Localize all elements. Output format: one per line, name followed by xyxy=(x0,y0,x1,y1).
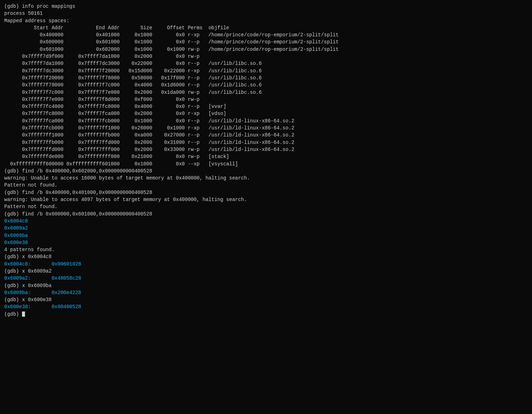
terminal-line: 0x7ffff7ffb000 0x7ffff7ffd000 0x2000 0x3… xyxy=(4,139,528,146)
terminal-line: 0x7ffff7da1000 0x7ffff7dc3000 0x22000 0x… xyxy=(4,60,528,67)
terminal-line: 0x7ffff7ffd000 0x7ffff7fff000 0x2000 0x3… xyxy=(4,146,528,153)
terminal-line-text: 0x600000 0x601000 0x1000 0x0 r--p /home/… xyxy=(4,39,339,45)
terminal-line-text: 0x600e38: 0x00400528 xyxy=(4,304,81,310)
terminal-line-text: (gdb) █ xyxy=(4,311,25,317)
terminal-line: 0x600e38: 0x00400528 xyxy=(4,303,528,310)
terminal-line-text: 0x7ffff7da1000 0x7ffff7dc3000 0x22000 0x… xyxy=(4,61,262,66)
terminal-line-text: Start Addr End Addr Size Offset Perms ob… xyxy=(4,25,229,31)
terminal-line: 0x7ffff7f7c000 0x7ffff7f7e000 0x2000 0x1… xyxy=(4,89,528,96)
terminal-line-text: (gdb) info proc mappings xyxy=(4,4,75,9)
terminal-line-text: 0x601000 0x602000 0x1000 0x1000 rw-p /ho… xyxy=(4,47,339,52)
terminal-line: 0x7ffff7fcb000 0x7ffff7ff1000 0x26000 0x… xyxy=(4,124,528,132)
terminal-line-text: 0x7ffff7fca000 0x7ffff7fcb000 0x1000 0x0… xyxy=(4,118,294,124)
terminal-line-text: Mapped address spaces: xyxy=(4,18,69,24)
terminal-output: (gdb) info proc mappingsprocess 50161Map… xyxy=(4,3,528,318)
terminal-line-text: (gdb) find /b 0x600000,0x601000,0x000000… xyxy=(4,211,152,217)
terminal-line: 0x6009ba: 0x200e4228 xyxy=(4,289,528,296)
terminal-line-text: process 50161 xyxy=(4,11,43,16)
terminal-line-text: 0x7ffff7ffd000 0x7ffff7fff000 0x2000 0x3… xyxy=(4,147,294,152)
terminal-line: 0x7ffff7fc4000 0x7ffff7fc8000 0x4000 0x0… xyxy=(4,103,528,110)
terminal-line: (gdb) find /b 0x600000,0x601000,0x000000… xyxy=(4,211,528,218)
terminal-line: (gdb) find /b 0x400000,0x401000,0x000000… xyxy=(4,189,528,196)
terminal-line: (gdb) find /b 0x400000,0x602000,0x000000… xyxy=(4,168,528,175)
terminal-line-text: 0x6004c8: 0x00601028 xyxy=(4,261,81,267)
terminal-line-text: (gdb) x 0x600e38 xyxy=(4,297,51,303)
terminal-line: 0x6004c8 xyxy=(4,218,528,225)
terminal-line-text: (gdb) x 0x6009a2 xyxy=(4,268,51,274)
terminal-line: process 50161 xyxy=(4,10,528,17)
terminal-line: 0x7ffff7dc3000 0x7ffff7f20000 0x15d000 0… xyxy=(4,67,528,74)
terminal-line-text: 4 patterns found. xyxy=(4,247,55,252)
terminal-line-text: (gdb) x 0x6004c8 xyxy=(4,254,51,260)
terminal-line: 0x7ffff7fc8000 0x7ffff7fca000 0x2000 0x0… xyxy=(4,110,528,117)
terminal-line-text: 0x6009ba: 0x200e4228 xyxy=(4,290,81,296)
terminal-line-text: 0x7ffff7fcb000 0x7ffff7ff1000 0x26000 0x… xyxy=(4,125,294,131)
terminal-line-text: 0x7ffff7f78000 0x7ffff7f7c000 0x4000 0x1… xyxy=(4,82,262,88)
terminal-line: 4 patterns found. xyxy=(4,246,528,253)
terminal-line: 0x6009a2 xyxy=(4,225,528,232)
terminal-line-text: 0x7ffff7d9f000 0x7ffff7da1000 0x2000 0x0… xyxy=(4,54,200,59)
terminal-line-text: Pattern not found. xyxy=(4,204,57,209)
terminal-line: 0x7ffff7f78000 0x7ffff7f7c000 0x4000 0x1… xyxy=(4,81,528,89)
terminal-line: (gdb) x 0x6009ba xyxy=(4,282,528,289)
terminal-line: (gdb) info proc mappings xyxy=(4,3,528,10)
terminal-line-text: 0x7ffff7f7c000 0x7ffff7f7e000 0x2000 0x1… xyxy=(4,90,262,95)
terminal-line: Pattern not found. xyxy=(4,203,528,210)
terminal-line: 0x7ffff7d9f000 0x7ffff7da1000 0x2000 0x0… xyxy=(4,53,528,60)
terminal-line-text: 0x600e38 xyxy=(4,240,28,245)
terminal-line: 0x7ffff7fca000 0x7ffff7fcb000 0x1000 0x0… xyxy=(4,117,528,124)
terminal-line-text: 0x7ffff7f20000 0x7ffff7f78000 0x58000 0x… xyxy=(4,75,262,81)
terminal-line: 0xffffffffff600000 0xffffffffff601000 0x… xyxy=(4,160,528,168)
terminal-line-text: warning: Unable to access 4097 bytes of … xyxy=(4,197,247,202)
terminal-line: 0x6004c8: 0x00601028 xyxy=(4,261,528,268)
terminal-line-text: 0x7ffff7ffb000 0x7ffff7ffd000 0x2000 0x3… xyxy=(4,140,294,145)
terminal-line-text: 0x400000 0x401000 0x1000 0x0 r-xp /home/… xyxy=(4,32,339,38)
terminal-line: Start Addr End Addr Size Offset Perms ob… xyxy=(4,24,528,31)
terminal-line-text: (gdb) find /b 0x400000,0x401000,0x000000… xyxy=(4,190,152,195)
terminal-line: Pattern not found. xyxy=(4,182,528,189)
terminal-line: 0x600000 0x601000 0x1000 0x0 r--p /home/… xyxy=(4,38,528,45)
terminal-line: 0x7ffff7f20000 0x7ffff7f78000 0x58000 0x… xyxy=(4,74,528,81)
terminal-line: (gdb) x 0x600e38 xyxy=(4,296,528,303)
terminal-line-text: warning: Unable to access 16000 bytes of… xyxy=(4,175,250,181)
terminal-line: 0x400000 0x401000 0x1000 0x0 r-xp /home/… xyxy=(4,31,528,38)
terminal-line-text: 0x6009a2: 0x48058c28 xyxy=(4,275,81,281)
terminal-line: warning: Unable to access 4097 bytes of … xyxy=(4,196,528,203)
terminal-line: Mapped address spaces: xyxy=(4,17,528,24)
terminal-line-text: 0xffffffffff600000 0xffffffffff601000 0x… xyxy=(4,161,238,167)
terminal-line: 0x7ffff7ff1000 0x7ffff7ffb000 0xa000 0x2… xyxy=(4,132,528,139)
terminal-line: (gdb) x 0x6004c8 xyxy=(4,253,528,260)
terminal-line-text: (gdb) x 0x6009ba xyxy=(4,283,51,288)
terminal-line-text: 0x7ffff7fc4000 0x7ffff7fc8000 0x4000 0x0… xyxy=(4,104,226,109)
terminal-line-text: 0x7ffff7fc8000 0x7ffff7fca000 0x2000 0x0… xyxy=(4,111,226,116)
terminal-line-text: (gdb) find /b 0x400000,0x602000,0x000000… xyxy=(4,168,152,174)
terminal-line-text: 0x7ffff7f7e000 0x7ffff7f8d000 0xf000 0x0… xyxy=(4,97,200,102)
terminal-line: 0x7ffffffde000 0x7ffffffff000 0x21000 0x… xyxy=(4,153,528,160)
terminal-line-text: 0x7ffff7dc3000 0x7ffff7f20000 0x15d000 0… xyxy=(4,68,262,74)
terminal-line-text: 0x7ffffffde000 0x7ffffffff000 0x21000 0x… xyxy=(4,154,229,159)
terminal-line-text: 0x6004c8 xyxy=(4,218,28,224)
terminal-line: 0x6009a2: 0x48058c28 xyxy=(4,275,528,282)
terminal-line: 0x601000 0x602000 0x1000 0x1000 rw-p /ho… xyxy=(4,46,528,53)
terminal-line: 0x6009ba xyxy=(4,232,528,239)
terminal-line: (gdb) █ xyxy=(4,311,528,318)
terminal-line: 0x7ffff7f7e000 0x7ffff7f8d000 0xf000 0x0… xyxy=(4,96,528,103)
terminal-line: (gdb) x 0x6009a2 xyxy=(4,268,528,275)
terminal-line-text: Pattern not found. xyxy=(4,182,57,188)
terminal-line-text: 0x6009a2 xyxy=(4,225,28,231)
terminal-line-text: 0x7ffff7ff1000 0x7ffff7ffb000 0xa000 0x2… xyxy=(4,132,294,138)
terminal-line-text: 0x6009ba xyxy=(4,233,28,238)
terminal-line: 0x600e38 xyxy=(4,239,528,246)
terminal-line: warning: Unable to access 16000 bytes of… xyxy=(4,175,528,182)
